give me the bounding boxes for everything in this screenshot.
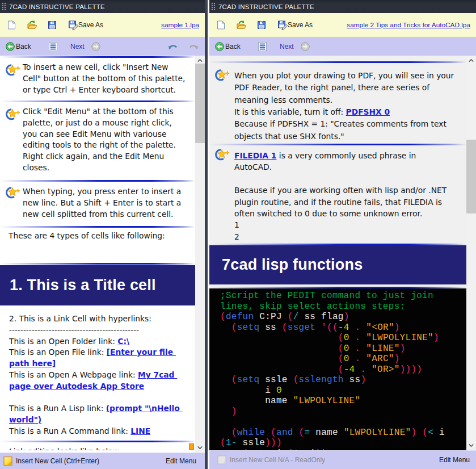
cell-text: new cell splitted from this current cell… [23,210,173,219]
code-token: ( [220,438,226,448]
cell-hyperlink[interactable]: LINE [130,426,150,436]
scrollbar-thumb[interactable] [466,140,476,213]
cell-text: ----------------------------------------… [9,325,139,334]
cell-text: When typing, you press enter to insert a [23,187,181,196]
text-cell-line: 2. This is a Link Cell with hyperlinks: [9,313,151,325]
toolbar: Save Assample 1.lpa [0,13,205,37]
toolbar: Save Assample 2 Tips and Tricks for Auto… [209,13,476,37]
cell-text: palette, or just do a mouse right click, [23,118,172,127]
code-token: "LWPOLYLINE" [366,333,433,343]
save-as-button[interactable] [68,20,79,30]
title-cell-text: 7cad lisp functions [222,256,363,274]
back-button[interactable] [215,42,224,51]
code-token: ( [293,375,299,385]
cell-separator [0,180,195,182]
cell-hyperlink[interactable]: FILEDIA 1 [234,151,276,160]
code-token [220,323,231,333]
edit-menu-button[interactable]: Edit Menu [439,456,470,464]
scroll-down-button[interactable] [466,441,476,450]
tip-cell-line: FILEDIA 1 is a very commonly used phrase… [234,150,416,161]
cell-hyperlink[interactable]: [Enter your file [107,347,176,357]
title-cell-text: 1. This is a Title cell [10,277,156,294]
new-document-button[interactable] [7,20,16,30]
save-button[interactable] [48,20,57,30]
code-token: ( [220,312,226,322]
code-token: ( [288,312,293,322]
code-token: and [276,428,293,438]
code-token: ( [338,365,344,375]
text-cell-line: These are 4 types of cells like followin… [9,231,165,242]
cell-hyperlink[interactable]: C:\ [117,337,129,346]
code-line: (0 . "LINE") [220,344,406,354]
code-token: ( [231,323,237,333]
save-as-label[interactable]: Save As [288,21,313,29]
edit-menu-button[interactable]: Edit Menu [166,457,196,465]
code-token: ss flag [299,312,344,322]
code-token: name [220,396,293,406]
save-as-button[interactable] [277,20,288,30]
redo-button[interactable] [189,43,199,50]
cell-separator [0,56,195,58]
next-label[interactable]: Next [70,43,85,51]
code-line: (1- ssle))) [220,438,282,448]
vertical-scrollbar[interactable] [466,56,476,450]
text-cell-line: world") [9,414,41,426]
bottom-bar: Insert New Cell N/A - ReadOnlyEdit Menu [209,450,476,469]
code-token: ( [422,428,428,438]
save-as-label[interactable]: Save As [78,21,103,29]
insert-new-cell-icon[interactable] [3,457,12,466]
open-file-button[interactable] [27,20,37,30]
title-cell: 7cad lisp functions [209,245,466,284]
save-button[interactable] [257,20,266,30]
code-token: 1- [226,438,237,448]
code-token: ss [259,323,282,333]
cell-hyperlink[interactable]: world") [9,415,41,424]
code-token: while [237,428,265,438]
clipped-cell: Link editing looks like below: [0,446,195,450]
cell-hyperlink[interactable]: (prompt "\nHello [106,404,183,413]
tip-cell-line: often switched to 0 due to some unknown … [234,208,422,219]
cell-hyperlink[interactable]: page over Autodesk App Store [9,382,144,391]
code-line: (while (and (= name "LWPOLYLINE") (< i [220,428,445,438]
scrollbar-thumb[interactable] [195,64,205,143]
code-line: (0 . "LWPOLYLINE") [220,333,439,343]
next-label[interactable]: Next [280,43,294,51]
tip-cell-line: Because if you are working often with li… [234,185,446,196]
back-button[interactable] [6,42,15,51]
nav-bar: BackNext [209,37,476,56]
cell-text: To insert a new cell, click "Insert New [23,62,169,72]
new-document-button[interactable] [217,20,225,30]
code-token [220,333,338,343]
open-file-button[interactable] [237,20,247,30]
back-label[interactable]: Back [225,43,241,51]
code-token: ( [338,344,344,354]
cell-text: 2 [234,232,239,241]
undo-button[interactable] [168,43,178,50]
insert-new-cell-button[interactable]: Insert New Cell (Ctrl+Enter) [16,457,99,465]
cell-hyperlink[interactable]: My 7cad [138,370,177,379]
code-token [355,365,360,375]
color-swatch[interactable] [189,443,194,450]
insert-new-cell-button: Insert New Cell N/A - ReadOnly [230,456,325,464]
back-label[interactable]: Back [16,43,31,51]
code-token: ( [299,428,305,438]
tip-cell-line: new cell splitted from this current cell… [23,209,173,220]
cell-list-button[interactable] [49,42,57,51]
code-token: setq [237,375,260,385]
file-name-link[interactable]: sample 1.lpa [161,21,199,29]
cell-text: These are 4 types of cells like followin… [9,231,165,240]
text-cell-line: This is a Run A Command link: LINE [9,426,150,437]
code-token: ;Script the PEDIT command to just join [220,291,433,301]
next-button[interactable] [91,42,100,51]
cell-list-button[interactable] [258,42,267,51]
window-title: 7CAD INSTRUCTIVE PALETTE [218,3,314,10]
next-button[interactable] [301,42,310,51]
cell-hyperlink[interactable]: path here] [9,359,56,368]
scroll-up-button[interactable] [466,56,476,65]
vertical-scrollbar[interactable] [195,56,205,453]
cell-hyperlink[interactable]: PDFSHX 0 [346,107,390,116]
file-name-link[interactable]: sample 2 Tips and Tricks for AutoCAD.lpa [347,21,470,29]
scroll-down-button[interactable] [195,443,205,453]
tip-cell-line: editing tools to the right of the palett… [23,140,176,151]
code-cell: ;Script the PEDIT command to just joinli… [209,288,466,450]
